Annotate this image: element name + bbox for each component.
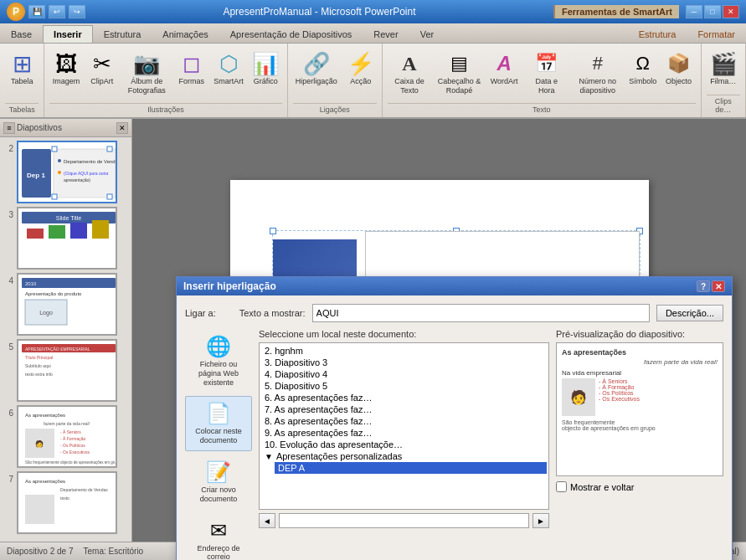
- list-item-asfaz8[interactable]: 8. As apresentações faz…: [261, 415, 547, 427]
- svg-text:Logo: Logo: [39, 310, 53, 316]
- btn-smartart[interactable]: ⬡ SmartArt: [210, 47, 247, 90]
- minimize-btn[interactable]: ─: [686, 5, 702, 18]
- smartart-tools-label: Ferramentas de SmartArt: [553, 5, 679, 18]
- tab-apresentacao[interactable]: Apresentação de Diapositivos: [219, 25, 363, 43]
- btn-accao[interactable]: ⚡ Acção: [343, 47, 378, 90]
- descricao-btn[interactable]: Descrição...: [656, 305, 723, 321]
- svg-text:Apresentação do produto: Apresentação do produto: [25, 291, 82, 296]
- preview-box: As apresentações fazem parte da vida rea…: [556, 342, 723, 476]
- svg-text:apresentação): apresentação): [64, 177, 90, 182]
- panel-close-btn[interactable]: ✕: [116, 122, 128, 134]
- svg-rect-19: [92, 220, 109, 239]
- handle-tl[interactable]: [270, 228, 276, 234]
- group-texto-label: Texto: [388, 103, 696, 114]
- btn-imagem[interactable]: 🖼 Imagem: [49, 47, 84, 90]
- texto-mostrar-input[interactable]: [312, 304, 650, 322]
- btn-wordart[interactable]: A WordArt: [487, 47, 522, 90]
- nav-ficheiro[interactable]: 🌐 Ficheiro oupágina Webexistente: [185, 329, 252, 393]
- btn-caixa-texto[interactable]: A Caixa de Texto: [388, 47, 432, 99]
- undo-btn[interactable]: ↩: [49, 5, 65, 18]
- list-nav-right[interactable]: ►: [532, 513, 549, 528]
- btn-objecto[interactable]: 📦 Objecto: [661, 47, 695, 90]
- btn-tabela[interactable]: ⊞ Tabela: [4, 47, 39, 90]
- nav-endereco[interactable]: ✉ Endereço decorreioelectrónico: [185, 513, 252, 560]
- btn-album[interactable]: 📷 Álbum de Fotografias: [121, 47, 173, 99]
- dialog-left-nav: 🌐 Ficheiro oupágina Webexistente 📄 Coloc…: [185, 329, 252, 560]
- svg-text:- Os Políticos: - Os Políticos: [60, 443, 85, 448]
- list-item-evolucao[interactable]: 10. Evolução das apresentaçõe…: [261, 439, 547, 450]
- tab-estrutura-smartart[interactable]: Estrutura: [628, 25, 687, 43]
- mostrar-voltar-label[interactable]: Mostrar e voltar: [570, 482, 634, 492]
- tab-animacoes[interactable]: Animações: [152, 25, 219, 43]
- list-item-asfaz9[interactable]: 9. As apresentações faz…: [261, 427, 547, 439]
- list-item-section-apres[interactable]: ▼ Apresentações personalizadas: [261, 450, 547, 462]
- preview-figure: 🧑: [562, 378, 595, 416]
- list-item-diap4[interactable]: 4. Diapositivo 4: [261, 368, 547, 380]
- slide-img-4[interactable]: 2010 Apresentação do produto Logo: [17, 273, 117, 336]
- clipart-label: ClipArt: [90, 77, 113, 86]
- tab-base[interactable]: Base: [0, 25, 43, 43]
- colocar-nav-label: Colocar nestedocumento: [195, 427, 242, 445]
- list-item-diap3[interactable]: 3. Diapositivo 3: [261, 357, 547, 368]
- nav-colocar[interactable]: 📄 Colocar nestedocumento: [185, 396, 252, 451]
- btn-clipart[interactable]: ✂ ClipArt: [85, 47, 120, 90]
- btn-formas[interactable]: ◻ Formas: [175, 47, 209, 90]
- dialog-center: Seleccione um local neste documento: 2. …: [259, 329, 549, 560]
- accao-label: Acção: [350, 77, 371, 86]
- insert-hyperlink-dialog[interactable]: Inserir hiperligação ? ✕ Ligar a: Texto …: [176, 276, 733, 560]
- slide-list-container[interactable]: 2. hgnhm 3. Diapositivo 3 4. Diapositivo…: [259, 342, 549, 510]
- svg-rect-10: [107, 146, 112, 152]
- slide-thumb-5[interactable]: 5 APRESENTAÇÃO EMPRESARIAL Título Princi…: [3, 339, 128, 402]
- btn-grafico[interactable]: 📊 Gráfico: [249, 47, 283, 90]
- slide-thumb-4[interactable]: 4 2010 Apresentação do produto Logo: [3, 273, 128, 336]
- tab-ver[interactable]: Ver: [409, 25, 445, 43]
- btn-numero[interactable]: # Número no diapositivo: [572, 47, 624, 99]
- filme-icon: 🎬: [710, 50, 737, 77]
- dialog-close-btn[interactable]: ✕: [712, 280, 725, 292]
- formas-icon: ◻: [178, 50, 205, 77]
- list-nav-left[interactable]: ◄: [259, 513, 275, 528]
- slide-thumb-7[interactable]: 7 As apresentações Departamento de Venda…: [3, 471, 128, 534]
- panel-menu-btn[interactable]: ≡: [3, 122, 15, 134]
- preview-label: Pré-visualização do diapositivo:: [556, 329, 723, 339]
- mostrar-voltar-checkbox[interactable]: [556, 481, 567, 492]
- close-btn[interactable]: ✕: [723, 5, 739, 18]
- redo-btn[interactable]: ↪: [69, 5, 85, 18]
- group-clips: 🎬 Filma… Clips de…: [702, 44, 746, 117]
- list-item-dep-a[interactable]: DEP A: [275, 462, 547, 474]
- btn-simbolo[interactable]: Ω Símbolo: [625, 47, 660, 90]
- slide-thumb-2[interactable]: 2 Dep 1 Departamento de Vendas (Clique A…: [3, 141, 128, 203]
- maximize-btn[interactable]: □: [704, 5, 721, 18]
- tab-formatar-smartart[interactable]: Formatar: [687, 25, 746, 43]
- list-item-asfaz7[interactable]: 7. As apresentações faz…: [261, 403, 547, 415]
- tab-inserir[interactable]: Inserir: [43, 25, 93, 43]
- save-btn[interactable]: 💾: [28, 5, 45, 18]
- tab-rever[interactable]: Rever: [363, 25, 409, 43]
- objecto-label: Objecto: [666, 77, 692, 86]
- slide-thumb-6[interactable]: 6 As apresentações fazem parte da vida r…: [3, 405, 128, 468]
- btn-data-hora[interactable]: 📅 Data e Hora: [523, 47, 570, 99]
- tab-estrutura[interactable]: Estrutura: [93, 25, 152, 43]
- slide-img-2[interactable]: Dep 1 Departamento de Vendas (Clique AQU…: [17, 141, 117, 203]
- svg-rect-9: [52, 146, 57, 152]
- numero-icon: #: [584, 50, 611, 77]
- list-item-asfaz6[interactable]: 6. As apresentações faz…: [261, 392, 547, 403]
- nav-criar[interactable]: 📝 Criar novodocumento: [185, 455, 252, 510]
- btn-cabecalho[interactable]: ▤ Cabeçalho & Rodapé: [433, 47, 485, 99]
- btn-hiperligacao[interactable]: 🔗 Hiperligação: [291, 47, 342, 90]
- list-item-diap5[interactable]: 5. Diapositivo 5: [261, 380, 547, 392]
- slide-thumb-3[interactable]: 3 Slide Title: [3, 207, 128, 270]
- slide-img-3[interactable]: Slide Title: [17, 207, 117, 270]
- objecto-icon: 📦: [666, 50, 692, 77]
- btn-filme[interactable]: 🎬 Filma…: [706, 47, 741, 90]
- slide-img-6[interactable]: As apresentações fazem parte da vida rea…: [17, 405, 117, 468]
- slide-img-7[interactable]: As apresentações Departamento de Vendas …: [17, 471, 117, 534]
- dialog-help-btn[interactable]: ?: [697, 280, 710, 292]
- svg-text:São frequentemente objecto de : São frequentemente objecto de apresentaç…: [25, 460, 117, 465]
- list-nav-bar: [279, 513, 529, 528]
- preview-main: 🧑 - À Seniors - À Formação - Os Político…: [562, 378, 718, 416]
- svg-text:texto: texto: [60, 496, 69, 501]
- list-item-hgnhm[interactable]: 2. hgnhm: [261, 345, 547, 357]
- dialog-title-buttons: ? ✕: [697, 280, 725, 292]
- slide-img-5[interactable]: APRESENTAÇÃO EMPRESARIAL Título Principa…: [17, 339, 117, 402]
